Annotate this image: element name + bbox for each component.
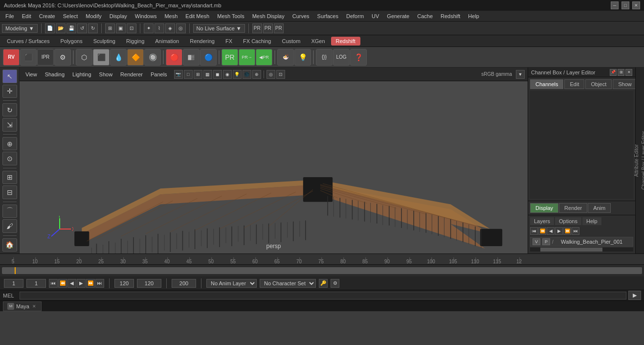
show-manipulator[interactable]: ⊞ [2, 171, 17, 184]
channel-box-strip-label[interactable]: Channel Box / Layer Editor [640, 129, 644, 192]
select-component[interactable]: ▣ [116, 23, 126, 33]
shelf-aov[interactable]: 🍜 [277, 49, 294, 66]
menu-item-curves[interactable]: Curves [289, 12, 313, 20]
vp-camera-btn[interactable]: 📷 [174, 70, 183, 79]
layer-nav-first[interactable]: ⏮ [530, 227, 538, 235]
le-tab-help[interactable]: Help [582, 217, 601, 225]
layer-visibility-p[interactable]: P [542, 238, 550, 245]
maya-task-close[interactable]: ✕ [31, 303, 37, 309]
menu-item-mesh[interactable]: Mesh [161, 12, 181, 20]
select-by-hierarchy[interactable]: ⊞ [105, 23, 115, 33]
module-rendering[interactable]: Rendering [185, 37, 220, 46]
shelf-help[interactable]: ❓ [350, 49, 367, 66]
snap-to-grid[interactable]: ⊡ [127, 23, 136, 33]
last-tool[interactable]: ⊟ [2, 185, 17, 199]
go-to-end-btn[interactable]: ⏭ [95, 279, 104, 288]
step-back-btn[interactable]: ⏪ [58, 279, 67, 288]
vp-menu-lighting[interactable]: Lighting [69, 70, 94, 78]
menu-item-windows[interactable]: Windows [132, 12, 160, 20]
new-file-btn[interactable]: 📄 [45, 23, 55, 33]
timeline-playhead[interactable] [15, 267, 16, 274]
timeline-range[interactable] [2, 267, 642, 274]
module-fx[interactable]: FX [221, 37, 237, 46]
shelf-poly-2[interactable]: ⬛ [93, 49, 110, 66]
tab-anim[interactable]: Anim [588, 203, 611, 213]
shelf-icon-2[interactable]: ⬛ [20, 49, 37, 66]
char-set-dropdown[interactable]: No Character Set [260, 279, 316, 288]
menu-item-edit-mesh[interactable]: Edit Mesh [182, 12, 213, 20]
module-custom[interactable]: Custom [277, 37, 306, 46]
anim-layer-dropdown[interactable]: No Anim Layer [206, 279, 257, 288]
module-rigging[interactable]: Rigging [121, 37, 149, 46]
attribute-editor-strip-label[interactable]: Attribute Editor [633, 142, 640, 179]
close-button[interactable]: ✕ [632, 1, 640, 9]
shelf-mat-3[interactable]: 🔵 [200, 49, 217, 66]
universal-manip[interactable]: ⊕ [2, 137, 17, 151]
layer-nav-prev-prev[interactable]: ⏪ [538, 227, 546, 235]
tab-object[interactable]: Object [585, 79, 612, 89]
snap-to-curve[interactable]: ⌇ [155, 23, 164, 33]
anim-settings-btn[interactable]: ⚙ [331, 279, 339, 288]
shelf-render-3[interactable]: ◀PR [256, 49, 272, 66]
shelf-rv[interactable]: RV [3, 49, 20, 66]
shelf-poly-5[interactable]: 🔘 [144, 49, 161, 66]
rotate-tool[interactable]: ↻ [2, 103, 17, 117]
undo-btn[interactable]: ↺ [77, 23, 87, 33]
menu-item-mesh-display[interactable]: Mesh Display [249, 12, 288, 20]
lasso-select[interactable]: ⌒ [2, 205, 17, 218]
menu-item-uv[interactable]: UV [368, 12, 382, 20]
render-btn[interactable]: PR [252, 23, 262, 33]
vp-smooth-btn[interactable]: ◉ [223, 70, 232, 79]
snap-to-view[interactable]: ◎ [176, 23, 186, 33]
layer-visibility-v[interactable]: V [533, 238, 540, 245]
menu-item-generate[interactable]: Generate [383, 12, 413, 20]
panel-expand-btn[interactable]: ⊞ [618, 69, 624, 76]
le-tab-layers[interactable]: Layers [530, 217, 554, 225]
vp-wireframe-btn[interactable]: ▦ [203, 70, 212, 79]
vp-select-btn[interactable]: □ [184, 70, 193, 79]
module-animation[interactable]: Animation [150, 37, 184, 46]
shelf-poly-1[interactable]: ⬡ [76, 49, 92, 66]
snap-to-point[interactable]: ✦ [144, 23, 154, 33]
play-back-btn[interactable]: ◀ [67, 279, 76, 288]
layer-scrollbar[interactable] [530, 248, 633, 252]
shelf-light[interactable]: 💡 [294, 49, 311, 66]
shelf-mat-2[interactable]: ▓▒ [183, 49, 200, 66]
ipr-btn[interactable]: PR [263, 23, 273, 33]
shelf-settings[interactable]: ⚙ [54, 49, 71, 66]
layer-nav-last[interactable]: ⏭ [572, 227, 579, 235]
module-redshift[interactable]: Redshift [331, 37, 360, 46]
taskbar-item-maya[interactable]: M Maya ✕ [3, 301, 42, 311]
move-tool[interactable]: ✛ [2, 85, 17, 98]
tab-display[interactable]: Display [530, 203, 558, 213]
layer-nav-next-next[interactable]: ⏩ [563, 227, 571, 235]
vp-menu-show[interactable]: Show [96, 70, 116, 78]
shelf-render-2[interactable]: PR→ [239, 49, 255, 66]
tab-show[interactable]: Show [613, 79, 637, 89]
range-alt-end[interactable] [172, 279, 196, 288]
menu-item-cache[interactable]: Cache [414, 12, 436, 20]
range-end-input[interactable] [137, 279, 161, 288]
colorspace-dropdown[interactable]: ▼ [516, 70, 525, 79]
tab-render[interactable]: Render [559, 203, 587, 213]
shelf-poly-3[interactable]: 💧 [110, 49, 127, 66]
layer-nav-next[interactable]: ▶ [555, 227, 563, 235]
le-tab-options[interactable]: Options [555, 217, 581, 225]
vp-xray-btn[interactable]: ⊡ [276, 70, 285, 79]
menu-item-help[interactable]: Help [465, 12, 483, 20]
play-forward-btn[interactable]: ▶ [77, 279, 86, 288]
end-frame-input[interactable] [114, 279, 134, 288]
start-frame-input[interactable] [26, 279, 46, 288]
step-forward-btn[interactable]: ⏩ [86, 279, 95, 288]
scale-tool[interactable]: ⇲ [2, 118, 17, 132]
module-polygons[interactable]: Polygons [55, 37, 87, 46]
menu-item-file[interactable]: File [2, 12, 18, 20]
menu-item-modify[interactable]: Modify [82, 12, 105, 20]
camera-home[interactable]: 🏠 [2, 238, 17, 252]
no-live-surface-dropdown[interactable]: No Live Surface ▼ [193, 24, 245, 33]
open-file-btn[interactable]: 📂 [56, 23, 66, 33]
layer-nav-prev[interactable]: ◀ [547, 227, 555, 235]
module-curves-/-surfaces[interactable]: Curves / Surfaces [2, 37, 54, 46]
vp-isolate-btn[interactable]: ◎ [266, 70, 275, 79]
paint-select[interactable]: 🖌 [2, 219, 17, 233]
